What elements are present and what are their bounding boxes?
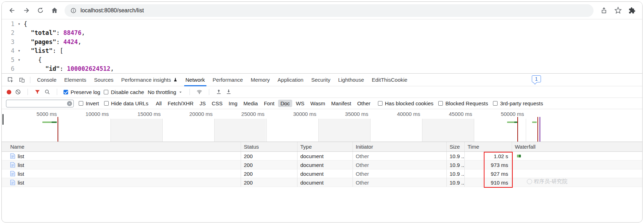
extensions-puzzle-icon[interactable] [626, 5, 638, 17]
request-status: 200 [241, 169, 297, 178]
filter-type-media[interactable]: Media [241, 100, 260, 107]
event-marker-line-purple [540, 117, 540, 142]
request-overview-bar [507, 122, 514, 123]
preserve-log-checkbox[interactable]: Preserve log [64, 89, 100, 95]
network-conditions-wifi-icon[interactable] [196, 89, 203, 95]
timeline-label: 45000 ms [430, 111, 472, 117]
address-bar[interactable]: localhost:8080/search/list [65, 4, 594, 17]
has-blocked-cookies-checkbox[interactable]: Has blocked cookies [378, 100, 434, 106]
column-header-size[interactable]: Size [447, 142, 465, 151]
timeline-label: 5000 ms [14, 111, 57, 117]
filter-input[interactable] [8, 101, 66, 106]
filter-type-img[interactable]: Img [226, 100, 240, 107]
hide-data-urls-checkbox[interactable]: Hide data URLs [104, 100, 149, 106]
filter-type-font[interactable]: Font [261, 100, 277, 107]
request-name: list [18, 161, 24, 169]
tab-editthiscookie[interactable]: EditThisCookie [368, 74, 411, 86]
blocked-requests-checkbox[interactable]: Blocked Requests [438, 100, 488, 106]
checkbox-unchecked-icon [79, 101, 83, 106]
json-token: "list" [31, 47, 52, 54]
column-header-time[interactable]: Time [465, 142, 512, 151]
tab-console[interactable]: Console [33, 74, 60, 86]
device-toolbar-icon[interactable] [16, 75, 27, 85]
filter-type-ws[interactable]: WS [293, 100, 307, 107]
back-icon[interactable] [6, 5, 18, 17]
tab-label: Performance [213, 77, 243, 83]
record-icon[interactable] [7, 90, 11, 94]
separator [57, 89, 57, 95]
separator [209, 89, 209, 95]
bookmark-star-icon[interactable] [612, 5, 624, 17]
throttling-select[interactable]: No throttling [148, 89, 183, 95]
tab-performance[interactable]: Performance [209, 74, 247, 86]
checkbox-unchecked-icon [378, 101, 383, 106]
import-har-icon[interactable] [216, 89, 222, 95]
line-number: 6 [2, 64, 14, 73]
event-marker-line-red [537, 117, 538, 142]
share-icon[interactable] [598, 5, 610, 17]
inspect-element-icon[interactable] [5, 75, 16, 85]
tab-application[interactable]: Application [274, 74, 307, 86]
json-line: 5▾{ [2, 56, 642, 64]
column-header-waterfall[interactable]: Waterfall [512, 142, 642, 151]
search-icon[interactable] [44, 89, 50, 95]
fold-toggle-icon[interactable]: ▾ [14, 56, 24, 64]
request-initiator: Other [353, 152, 447, 160]
tab-memory[interactable]: Memory [247, 74, 273, 86]
fold-toggle-icon[interactable]: ▾ [14, 20, 24, 29]
invert-label: Invert [86, 100, 99, 106]
timeline-label: 10000 ms [66, 111, 109, 117]
export-har-icon[interactable] [225, 89, 232, 95]
third-party-requests-checkbox[interactable]: 3rd-party requests [493, 100, 543, 106]
document-icon [10, 171, 15, 176]
line-number: 5 [2, 56, 14, 64]
json-response-viewer: 1▾{2"total": 88476,3"pages": 4424,4▾"lis… [2, 19, 642, 73]
console-message-badge[interactable]: 1 [532, 75, 541, 82]
overview-drag-handle[interactable] [2, 114, 4, 125]
request-row[interactable]: list200documentOther10.9 ...973 ms [2, 161, 642, 169]
filter-input-box[interactable]: × [6, 100, 74, 107]
column-header-status[interactable]: Status [241, 142, 297, 151]
request-row[interactable]: list200documentOther10.9 ...927 ms [2, 169, 642, 178]
request-waterfall-cell [512, 161, 642, 169]
tab-label: Memory [251, 77, 270, 83]
json-code: { [24, 20, 27, 29]
invert-checkbox[interactable]: Invert [79, 100, 99, 106]
timeline-gridline [526, 119, 526, 142]
tab-lighthouse[interactable]: Lighthouse [334, 74, 368, 86]
column-header-name[interactable]: Name [2, 142, 241, 151]
filter-type-fetch-xhr[interactable]: Fetch/XHR [165, 100, 196, 107]
column-header-initiator[interactable]: Initiator [353, 142, 447, 151]
tab-label: Console [37, 77, 56, 83]
tab-network[interactable]: Network [182, 74, 209, 86]
tab-sources[interactable]: Sources [90, 74, 118, 86]
home-icon[interactable] [48, 5, 60, 17]
forward-icon[interactable] [20, 5, 32, 17]
column-header-type[interactable]: Type [297, 142, 353, 151]
tab-elements[interactable]: Elements [60, 74, 90, 86]
request-row[interactable]: list200documentOther10.9 ...1.02 s [2, 152, 642, 161]
filter-type-css[interactable]: CSS [209, 100, 225, 107]
timeline-gridline [162, 119, 163, 142]
filter-type-other[interactable]: Other [355, 100, 373, 107]
filter-funnel-icon[interactable] [34, 89, 41, 95]
fold-spacer [14, 38, 24, 46]
filter-type-manifest[interactable]: Manifest [329, 100, 354, 107]
request-type: document [297, 169, 353, 178]
filter-type-doc[interactable]: Doc [278, 100, 293, 107]
document-icon [10, 153, 15, 159]
tab-label: Sources [94, 77, 114, 83]
clear-icon[interactable] [15, 89, 21, 95]
filter-type-all[interactable]: All [153, 100, 164, 107]
reload-icon[interactable] [34, 5, 46, 17]
disable-cache-checkbox[interactable]: Disable cache [104, 89, 144, 95]
filter-type-wasm[interactable]: Wasm [308, 100, 328, 107]
network-overview-timeline[interactable]: 5000 ms10000 ms15000 ms20000 ms25000 ms3… [2, 109, 642, 142]
filter-type-js[interactable]: JS [197, 100, 208, 107]
page-info-icon[interactable] [70, 7, 77, 14]
clear-filter-icon[interactable]: × [67, 101, 72, 106]
json-code: "total": 88476, [24, 29, 85, 37]
fold-toggle-icon[interactable]: ▾ [14, 46, 24, 55]
tab-performance-insights[interactable]: Performance insights [118, 74, 182, 86]
tab-security[interactable]: Security [307, 74, 334, 86]
